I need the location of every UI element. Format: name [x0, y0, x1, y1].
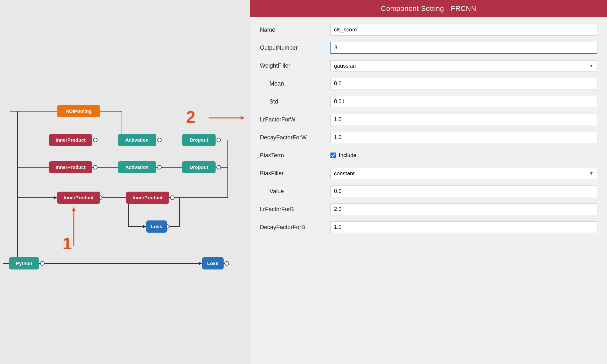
- value-input[interactable]: [330, 186, 597, 197]
- settings-title: Component Setting - FRCNN: [381, 4, 476, 12]
- bias-term-checkbox[interactable]: [330, 153, 336, 158]
- mean-input[interactable]: [330, 78, 597, 89]
- bias-filler-select[interactable]: constant gaussian xavier: [330, 168, 597, 179]
- bias-term-control: Include: [330, 152, 597, 159]
- output-number-control: [330, 42, 597, 54]
- svg-text:Loss: Loss: [151, 224, 162, 229]
- mean-control: [330, 78, 597, 89]
- svg-text:Activation: Activation: [125, 137, 149, 143]
- bias-filler-row: BiasFiller constant gaussian xavier: [260, 167, 597, 179]
- settings-header: Component Setting - FRCNN: [250, 0, 607, 17]
- svg-marker-54: [199, 262, 202, 265]
- svg-marker-59: [72, 207, 76, 211]
- mean-label: Mean: [260, 80, 330, 87]
- svg-point-11: [158, 138, 161, 142]
- lr-factor-b-label: LrFactorForB: [260, 206, 330, 213]
- svg-text:InnerProduct: InnerProduct: [64, 195, 93, 200]
- diagram-panel: 1 2 ROIPooling InnerProduct Activation D…: [0, 0, 250, 364]
- svg-text:Python: Python: [16, 261, 32, 266]
- decay-factor-w-row: DecayFactorForW: [260, 131, 597, 144]
- svg-point-52: [40, 261, 44, 265]
- svg-text:Dropout: Dropout: [190, 164, 208, 170]
- svg-point-21: [93, 165, 97, 169]
- std-row: Std: [260, 95, 597, 108]
- svg-point-7: [93, 138, 97, 142]
- lr-factor-b-control: [330, 203, 597, 215]
- svg-text:Dropout: Dropout: [190, 137, 208, 143]
- svg-point-29: [217, 165, 221, 169]
- mean-row: Mean: [260, 78, 597, 90]
- svg-text:InnerProduct: InnerProduct: [133, 195, 162, 200]
- lr-factor-w-input[interactable]: [330, 114, 597, 125]
- svg-text:InnerProduct: InnerProduct: [56, 137, 85, 143]
- bias-filler-label: BiasFiller: [260, 170, 330, 177]
- settings-panel: Component Setting - FRCNN Name OutputNum…: [250, 0, 607, 364]
- weight-filler-label: WeightFiller: [260, 62, 330, 69]
- std-input[interactable]: [330, 96, 597, 107]
- svg-text:ROIPooling: ROIPooling: [65, 108, 92, 114]
- decay-factor-b-label: DecayFactorForB: [260, 224, 330, 231]
- value-label: Value: [260, 188, 330, 195]
- decay-factor-b-row: DecayFactorForB: [260, 221, 597, 233]
- decay-factor-w-label: DecayFactorForW: [260, 134, 330, 141]
- output-number-label: OutputNumber: [260, 45, 330, 51]
- svg-point-56: [225, 261, 229, 265]
- output-number-row: OutputNumber: [260, 42, 597, 54]
- value-control: [330, 186, 597, 197]
- svg-point-15: [217, 138, 221, 142]
- settings-body: Name OutputNumber WeightFiller gaussian …: [250, 17, 607, 364]
- svg-marker-61: [241, 116, 244, 120]
- std-control: [330, 96, 597, 107]
- svg-point-43: [170, 196, 174, 200]
- svg-text:InnerProduct: InnerProduct: [56, 164, 85, 170]
- lr-factor-w-control: [330, 114, 597, 125]
- name-label: Name: [260, 27, 330, 33]
- bias-term-include-label: Include: [339, 152, 356, 159]
- output-number-input[interactable]: [330, 42, 597, 54]
- name-control: [330, 24, 597, 36]
- svg-marker-35: [54, 196, 57, 199]
- svg-marker-41: [143, 225, 146, 228]
- bias-term-row: BiasTerm Include: [260, 149, 597, 161]
- lr-factor-w-row: LrFactorForW: [260, 113, 597, 126]
- std-label: Std: [260, 98, 330, 105]
- weight-filler-row: WeightFiller gaussian xavier constant un…: [260, 60, 597, 72]
- bias-filler-control: constant gaussian xavier: [330, 168, 597, 179]
- decay-factor-b-control: [330, 221, 597, 233]
- bias-term-label: BiasTerm: [260, 152, 330, 159]
- annotation-1: 1: [63, 234, 72, 253]
- name-input[interactable]: [330, 24, 597, 36]
- lr-factor-w-label: LrFactorForW: [260, 116, 330, 123]
- annotation-2: 2: [186, 108, 195, 126]
- weight-filler-control: gaussian xavier constant uniform: [330, 60, 597, 71]
- svg-text:Activation: Activation: [125, 164, 149, 170]
- name-row: Name: [260, 24, 597, 36]
- lr-factor-b-row: LrFactorForB: [260, 203, 597, 215]
- decay-factor-w-input[interactable]: [330, 132, 597, 143]
- svg-text:Loss: Loss: [207, 261, 218, 266]
- diagram-svg: 1 2 ROIPooling InnerProduct Activation D…: [0, 0, 250, 364]
- weight-filler-select[interactable]: gaussian xavier constant uniform: [330, 60, 597, 71]
- lr-factor-b-input[interactable]: [330, 203, 597, 215]
- value-row: Value: [260, 185, 597, 197]
- decay-factor-w-control: [330, 132, 597, 143]
- decay-factor-b-input[interactable]: [330, 221, 597, 233]
- svg-point-25: [158, 165, 161, 169]
